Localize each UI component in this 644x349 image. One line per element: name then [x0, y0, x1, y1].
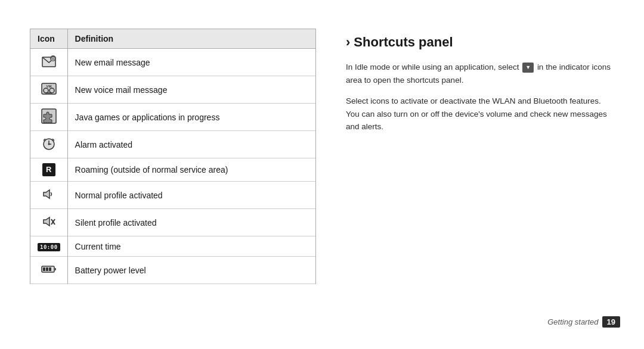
table-row: Java games or applications in progress	[30, 104, 316, 131]
paragraph-1: In Idle mode or while using an applicati…	[346, 61, 614, 86]
svg-point-14	[48, 144, 49, 145]
col-header-icon: Icon	[30, 29, 68, 49]
def-new-email: New email message	[67, 49, 315, 76]
table-row: R Roaming (outside of normal service are…	[30, 158, 316, 182]
def-silent-profile: Silent profile activated	[67, 209, 315, 236]
table-row: @ New email message	[30, 49, 316, 76]
svg-text:VM: VM	[46, 85, 51, 88]
table-row: 10:00 Current time	[30, 236, 316, 257]
para1-pre: In Idle mode or while using an applicati…	[346, 63, 519, 71]
icon-cell-current-time: 10:00	[30, 236, 68, 257]
indicator-button: ▼	[522, 63, 534, 72]
section-body: In Idle mode or while using an applicati…	[346, 61, 614, 133]
time-badge: 10:00	[38, 243, 60, 251]
normal-profile-icon	[41, 186, 57, 202]
icon-cell-new-email: @	[30, 49, 68, 76]
footer-label: Getting started	[547, 317, 598, 326]
icon-cell-silent-profile	[30, 209, 68, 236]
def-battery: Battery power level	[67, 257, 315, 284]
page: Icon Definition @ New email mes	[24, 17, 620, 332]
svg-rect-22	[46, 267, 48, 271]
svg-text:@: @	[51, 57, 55, 61]
title-text: Shortcuts panel	[354, 35, 453, 50]
battery-icon	[41, 261, 57, 277]
right-section: › Shortcuts panel In Idle mode or while …	[346, 29, 614, 320]
chevron-icon: ›	[346, 35, 350, 50]
svg-marker-16	[44, 217, 49, 226]
icon-cell-battery	[30, 257, 68, 284]
roaming-badge: R	[42, 163, 55, 176]
footer: Getting started 19	[547, 316, 620, 328]
svg-rect-20	[54, 268, 56, 270]
def-current-time: Current time	[67, 236, 315, 257]
def-java: Java games or applications in progress	[67, 104, 315, 131]
icon-cell-roaming: R	[30, 158, 68, 182]
def-voicemail: New voice mail message	[67, 76, 315, 104]
svg-marker-15	[44, 190, 49, 198]
table-row: VM New voice mail message	[30, 76, 316, 104]
page-number: 19	[602, 316, 620, 328]
col-header-definition: Definition	[67, 29, 315, 49]
voicemail-icon: VM	[41, 81, 57, 96]
java-icon	[41, 108, 57, 124]
icon-cell-voicemail: VM	[30, 76, 68, 104]
svg-rect-23	[49, 267, 51, 271]
def-roaming: Roaming (outside of normal service area)	[67, 158, 315, 182]
table-row: Alarm activated	[30, 131, 316, 158]
table-row: Battery power level	[30, 257, 316, 284]
icon-cell-java	[30, 104, 68, 131]
icon-cell-alarm	[30, 131, 68, 158]
alarm-icon	[41, 136, 57, 151]
paragraph-2: Select icons to activate or deactivate t…	[346, 95, 614, 133]
table-row: Normal profile activated	[30, 182, 316, 209]
table-row: Silent profile activated	[30, 209, 316, 236]
section-title: › Shortcuts panel	[346, 35, 614, 50]
icons-table: Icon Definition @ New email mes	[30, 29, 316, 284]
new-email-icon: @	[41, 54, 57, 69]
table-section: Icon Definition @ New email mes	[30, 29, 316, 320]
svg-rect-21	[43, 267, 45, 271]
def-normal-profile: Normal profile activated	[67, 182, 315, 209]
icon-cell-normal-profile	[30, 182, 68, 209]
silent-profile-icon	[41, 214, 57, 229]
def-alarm: Alarm activated	[67, 131, 315, 158]
